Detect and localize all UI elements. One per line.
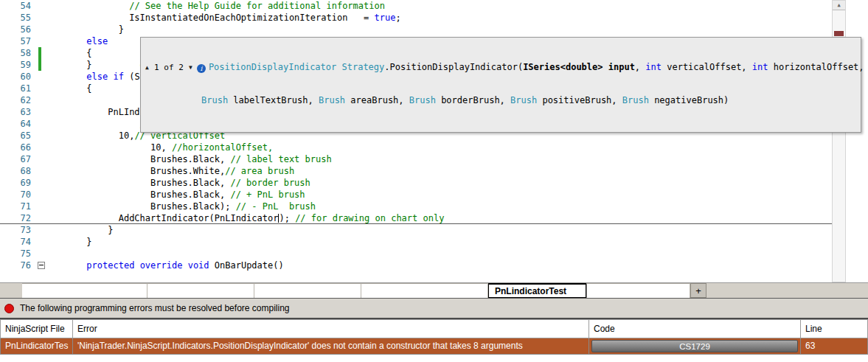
code-line[interactable]: 72 AddChartIndicator(PnLIndicator); // f… bbox=[0, 212, 832, 224]
line-number[interactable]: 73 bbox=[0, 224, 34, 236]
fold-margin bbox=[34, 201, 55, 212]
fold-margin bbox=[34, 248, 55, 260]
line-number[interactable]: 71 bbox=[0, 201, 34, 212]
fold-collapse-icon[interactable] bbox=[38, 262, 45, 269]
line-number[interactable]: 76 bbox=[0, 260, 34, 271]
document-tab-bar: PnLindicatorTest + bbox=[0, 282, 868, 299]
code-text: 10, //horizontalOffset, bbox=[55, 142, 832, 153]
fold-margin bbox=[34, 165, 55, 177]
line-number[interactable]: 64 bbox=[0, 118, 34, 130]
line-number[interactable]: 68 bbox=[0, 165, 34, 177]
tab-blank-4[interactable] bbox=[361, 283, 488, 298]
scroll-up-icon[interactable]: ▲ bbox=[833, 1, 845, 10]
intellisense-parameter-tooltip: ▲ 1 of 2 ▼iPositionDisplayIndicator Stra… bbox=[140, 37, 861, 133]
line-number[interactable]: 61 bbox=[0, 83, 34, 94]
tab-blank-1[interactable] bbox=[22, 283, 147, 298]
header-code[interactable]: Code bbox=[589, 319, 801, 338]
line-number[interactable]: 72 bbox=[0, 212, 34, 224]
code-line[interactable]: 67 Brushes.Black, // label text brush bbox=[0, 153, 832, 165]
line-number[interactable]: 66 bbox=[0, 142, 34, 153]
code-text: Brushes.White,// area brush bbox=[55, 165, 832, 177]
code-editor[interactable]: 54 // See the Help Guide for additional … bbox=[0, 0, 868, 282]
tab-blank-right[interactable] bbox=[586, 283, 690, 298]
add-tab-button[interactable]: + bbox=[690, 283, 706, 298]
line-number[interactable]: 65 bbox=[0, 130, 34, 142]
overload-counter: 1 of 2 bbox=[154, 63, 184, 72]
code-line[interactable]: 69 Brushes.Black, // border brush bbox=[0, 177, 832, 189]
fold-margin bbox=[34, 94, 55, 106]
fold-margin bbox=[34, 24, 55, 35]
code-line[interactable]: 66 10, //horizontalOffset, bbox=[0, 142, 832, 153]
code-text: Brushes.Black); // - PnL brush bbox=[55, 201, 832, 212]
line-number[interactable]: 75 bbox=[0, 248, 34, 260]
line-number[interactable]: 67 bbox=[0, 153, 34, 165]
tab-blank-2[interactable] bbox=[147, 283, 254, 298]
line-number[interactable]: 60 bbox=[0, 71, 34, 83]
code-text: } bbox=[55, 236, 832, 248]
line-number[interactable]: 62 bbox=[0, 94, 34, 106]
code-text: protected override void OnBarUpdate() bbox=[55, 260, 832, 271]
error-banner-text: The following programming errors must be… bbox=[20, 303, 290, 313]
fold-margin bbox=[34, 224, 55, 236]
code-text: // See the Help Guide for additional inf… bbox=[55, 0, 832, 12]
code-text: Brushes.Black, // label text brush bbox=[55, 153, 832, 165]
error-file-cell: PnLindicatorTes bbox=[0, 338, 73, 355]
line-number[interactable]: 57 bbox=[0, 35, 34, 47]
error-message-cell: 'NinjaTrader.NinjaScript.Indicators.Posi… bbox=[73, 338, 589, 355]
error-code-cell: CS1729 bbox=[589, 338, 801, 355]
fold-margin bbox=[34, 189, 55, 201]
overload-prev-icon[interactable]: ▲ bbox=[145, 64, 149, 71]
overload-next-icon[interactable]: ▼ bbox=[189, 64, 192, 71]
code-line[interactable]: 55 IsInstantiatedOnEachOptimizationItera… bbox=[0, 12, 832, 24]
code-text: Brushes.Black, // border brush bbox=[55, 177, 832, 189]
fold-margin bbox=[34, 118, 55, 130]
line-number[interactable]: 58 bbox=[0, 47, 34, 59]
line-number[interactable]: 59 bbox=[0, 59, 34, 71]
code-line[interactable]: 75 bbox=[0, 248, 832, 260]
tab-pnlindicatortest[interactable]: PnLindicatorTest bbox=[488, 283, 586, 298]
line-number[interactable]: 63 bbox=[0, 106, 34, 118]
code-text bbox=[55, 248, 832, 260]
signature-line-2: Brush labelTextBrush, Brush areaBrush, B… bbox=[145, 95, 855, 106]
code-text: Brushes.Black, // + PnL brush bbox=[55, 189, 832, 201]
fold-margin bbox=[34, 212, 55, 224]
fold-margin bbox=[34, 35, 55, 47]
errors-table: NinjaScript File Error Code Line PnLindi… bbox=[0, 318, 868, 355]
line-number[interactable]: 55 bbox=[0, 12, 34, 24]
info-icon: i bbox=[197, 64, 206, 73]
tab-blank-3[interactable] bbox=[254, 283, 361, 298]
error-row[interactable]: PnLindicatorTes 'NinjaTrader.NinjaScript… bbox=[0, 338, 868, 355]
fold-margin bbox=[34, 260, 55, 271]
code-line[interactable]: 74 } bbox=[0, 236, 832, 248]
tab-bar-filler bbox=[706, 283, 868, 298]
code-text: IsInstantiatedOnEachOptimizationIteratio… bbox=[55, 12, 832, 24]
line-number[interactable]: 74 bbox=[0, 236, 34, 248]
signature-line-1: PositionDisplayIndicator Strategy.Positi… bbox=[209, 62, 864, 72]
code-text: } bbox=[55, 24, 832, 35]
errors-table-header: NinjaScript File Error Code Line bbox=[0, 319, 868, 338]
code-line[interactable]: 70 Brushes.Black, // + PnL brush bbox=[0, 189, 832, 201]
header-line[interactable]: Line bbox=[801, 319, 868, 338]
compile-error-banner: The following programming errors must be… bbox=[0, 299, 868, 318]
fold-margin bbox=[34, 142, 55, 153]
header-error[interactable]: Error bbox=[73, 319, 589, 338]
header-ninjascript-file[interactable]: NinjaScript File bbox=[0, 319, 73, 338]
line-number[interactable]: 56 bbox=[0, 24, 34, 35]
fold-margin bbox=[34, 153, 55, 165]
code-line[interactable]: 73 } bbox=[0, 224, 832, 236]
code-text: } bbox=[55, 224, 832, 236]
change-bar bbox=[34, 59, 55, 71]
code-line[interactable]: 71 Brushes.Black); // - PnL brush bbox=[0, 201, 832, 212]
line-number[interactable]: 70 bbox=[0, 189, 34, 201]
code-line[interactable]: 68 Brushes.White,// area brush bbox=[0, 165, 832, 177]
code-line[interactable]: 54 // See the Help Guide for additional … bbox=[0, 0, 832, 12]
fold-margin bbox=[34, 177, 55, 189]
scrollbar-error-marker bbox=[834, 31, 844, 36]
fold-margin bbox=[34, 71, 55, 83]
fold-margin bbox=[34, 12, 55, 24]
line-number[interactable]: 54 bbox=[0, 0, 34, 12]
line-number[interactable]: 69 bbox=[0, 177, 34, 189]
fold-margin bbox=[34, 83, 55, 94]
code-line[interactable]: 56 } bbox=[0, 24, 832, 35]
code-line[interactable]: 76 protected override void OnBarUpdate() bbox=[0, 260, 832, 271]
